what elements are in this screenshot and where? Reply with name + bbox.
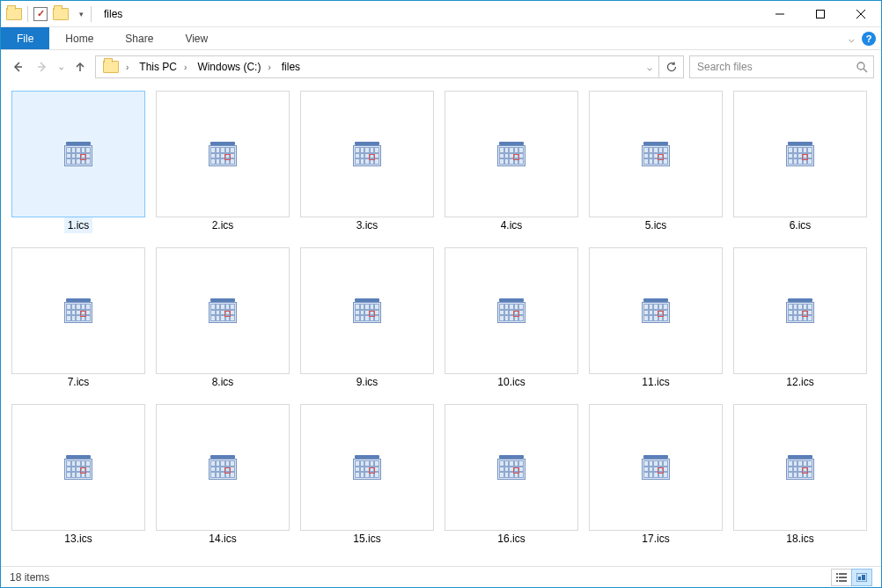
calendar-file-icon	[209, 142, 237, 166]
file-thumbnail	[156, 404, 290, 531]
file-name-label: 15.ics	[349, 531, 384, 547]
search-icon[interactable]	[856, 61, 868, 73]
search-input[interactable]	[695, 60, 856, 74]
window-title: files	[104, 8, 122, 20]
qat-newfolder-icon[interactable]	[53, 8, 69, 20]
nav-forward-button[interactable]	[33, 57, 52, 77]
view-thumbnails-button[interactable]	[851, 569, 872, 586]
svg-rect-14	[839, 580, 847, 582]
nav-up-button[interactable]	[70, 57, 90, 77]
file-name-label: 11.ics	[638, 374, 673, 390]
file-item[interactable]: 4.ics	[445, 91, 578, 233]
file-item[interactable]: 9.ics	[300, 247, 434, 390]
titlebar: ✓ ▾ files	[1, 1, 881, 27]
file-item[interactable]: 3.ics	[300, 91, 434, 233]
file-item[interactable]: 14.ics	[156, 404, 290, 547]
file-item[interactable]: 12.ics	[733, 247, 867, 390]
calendar-file-icon	[353, 298, 381, 323]
calendar-file-icon	[642, 455, 670, 480]
help-icon[interactable]: ?	[862, 32, 876, 46]
file-name-label: 4.ics	[497, 217, 526, 233]
view-mode-buttons	[832, 569, 872, 586]
view-details-button[interactable]	[831, 569, 852, 586]
file-item[interactable]: 8.ics	[156, 247, 290, 390]
window-controls	[760, 1, 881, 27]
chevron-right-icon[interactable]: ›	[264, 62, 274, 72]
qat-properties-icon[interactable]: ✓	[33, 7, 48, 21]
qat-customize-dropdown[interactable]: ▾	[74, 10, 85, 18]
file-item[interactable]: 11.ics	[589, 247, 723, 390]
file-item[interactable]: 15.ics	[300, 404, 434, 547]
ribbon-tab-home[interactable]: Home	[49, 27, 109, 49]
arrow-right-icon	[36, 61, 48, 73]
ribbon-tab-view[interactable]: View	[169, 27, 224, 49]
file-thumbnail	[300, 91, 434, 217]
explorer-window: ✓ ▾ files File Home Share View ⌵ ?	[0, 0, 882, 588]
file-list-view[interactable]: 1.ics2.ics3.ics4.ics5.ics6.ics7.ics8.ics…	[1, 84, 881, 566]
file-grid: 1.ics2.ics3.ics4.ics5.ics6.ics7.ics8.ics…	[11, 91, 871, 547]
maximize-icon	[816, 10, 825, 18]
arrow-up-icon	[74, 61, 86, 73]
qat-separator-2	[91, 6, 92, 22]
file-name-label: 5.ics	[642, 217, 671, 233]
breadcrumb-segment-thispc[interactable]: This PC ›	[136, 56, 194, 77]
search-box[interactable]	[689, 55, 874, 78]
navigation-bar: ⌵ › This PC › Windows (C:) › files ⌵	[1, 50, 881, 84]
calendar-file-icon	[497, 298, 526, 323]
file-name-label: 9.ics	[353, 374, 382, 390]
svg-rect-17	[862, 575, 865, 580]
minimize-icon	[775, 10, 784, 18]
breadcrumb-root[interactable]: ›	[99, 56, 136, 77]
chevron-right-icon[interactable]: ›	[122, 62, 132, 72]
minimize-button[interactable]	[760, 1, 800, 27]
file-name-label: 16.ics	[494, 531, 528, 547]
file-item[interactable]: 6.ics	[733, 91, 867, 233]
svg-rect-12	[839, 577, 847, 578]
nav-back-button[interactable]	[8, 57, 27, 77]
calendar-file-icon	[642, 298, 670, 323]
address-history-dropdown[interactable]: ⌵	[639, 56, 658, 77]
file-item[interactable]: 16.ics	[445, 404, 578, 547]
file-item[interactable]: 2.ics	[156, 91, 290, 233]
ribbon-file-tab[interactable]: File	[1, 27, 49, 49]
calendar-file-icon	[786, 142, 814, 166]
calendar-file-icon	[209, 298, 237, 323]
quick-access-toolbar: ✓ ▾ files	[1, 6, 122, 22]
file-name-label: 10.ics	[494, 374, 528, 390]
ribbon-collapse-chevron-icon[interactable]: ⌵	[849, 33, 855, 45]
svg-line-8	[864, 69, 867, 72]
file-thumbnail	[589, 404, 723, 531]
refresh-button[interactable]	[658, 56, 683, 77]
file-name-label: 7.ics	[64, 374, 93, 390]
file-item[interactable]: 18.ics	[733, 404, 867, 547]
file-thumbnail	[11, 91, 145, 217]
close-icon	[856, 10, 865, 18]
file-item[interactable]: 17.ics	[589, 404, 723, 547]
file-thumbnail	[733, 247, 867, 374]
ribbon: File Home Share View ⌵ ?	[1, 27, 881, 50]
file-item[interactable]: 1.ics	[11, 91, 145, 233]
address-bar[interactable]: › This PC › Windows (C:) › files ⌵	[95, 55, 684, 78]
svg-rect-13	[836, 580, 838, 582]
breadcrumb-folder-icon	[103, 61, 119, 73]
file-item[interactable]: 5.ics	[589, 91, 723, 233]
breadcrumb-segment-drive[interactable]: Windows (C:) ›	[194, 56, 277, 77]
breadcrumb-segment-current[interactable]: files	[278, 56, 304, 77]
file-thumbnail	[156, 247, 290, 374]
chevron-right-icon[interactable]: ›	[180, 62, 190, 72]
file-thumbnail	[445, 404, 578, 531]
file-name-label: 2.ics	[209, 217, 238, 233]
close-button[interactable]	[841, 1, 881, 27]
file-thumbnail	[733, 404, 867, 531]
file-thumbnail	[589, 91, 723, 217]
file-name-label: 13.ics	[61, 531, 95, 547]
file-item[interactable]: 10.ics	[445, 247, 578, 390]
file-item[interactable]: 13.ics	[11, 404, 145, 547]
nav-recent-dropdown[interactable]: ⌵	[57, 62, 65, 71]
file-item[interactable]: 7.ics	[11, 247, 145, 390]
file-thumbnail	[300, 247, 434, 374]
app-folder-icon	[6, 8, 22, 20]
calendar-file-icon	[642, 142, 670, 166]
ribbon-tab-share[interactable]: Share	[109, 27, 169, 49]
maximize-button[interactable]	[800, 1, 841, 27]
